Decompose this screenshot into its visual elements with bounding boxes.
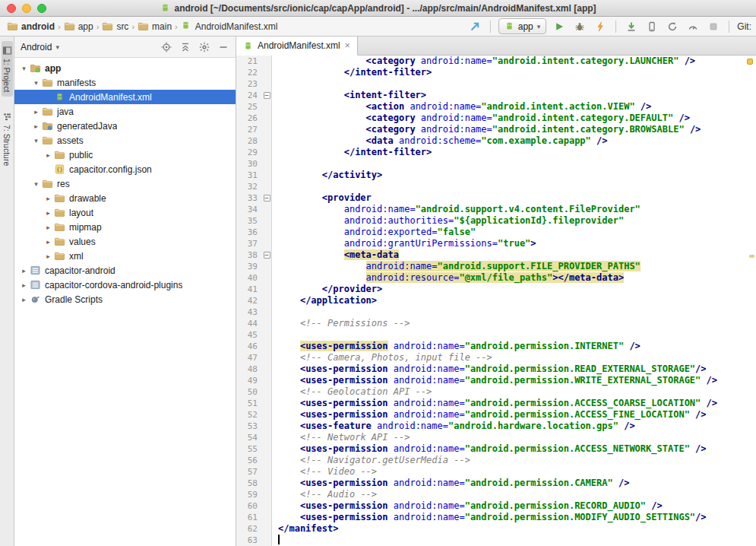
code-line[interactable]: 38− <meta-data [236, 249, 756, 261]
code-line[interactable]: 22 </intent-filter> [236, 67, 756, 78]
tree-item[interactable]: AndroidManifest.xml [14, 90, 236, 104]
apply-changes-button[interactable] [593, 19, 608, 34]
close-window-button[interactable] [7, 4, 16, 13]
code-line[interactable]: 53 <uses-feature android:name="android.h… [236, 421, 756, 432]
code-line[interactable]: 31 </activity> [236, 170, 756, 181]
code-line[interactable]: 33− <provider [236, 192, 756, 204]
tree-item[interactable]: ▾app [14, 61, 236, 75]
project-view-selector[interactable]: Android ▾ [21, 42, 59, 52]
error-stripe-mark[interactable] [749, 255, 754, 258]
breadcrumb-item[interactable]: src [100, 20, 131, 33]
code-line[interactable]: 41 </provider> [236, 284, 756, 295]
chevron-right-icon[interactable]: ▸ [19, 281, 29, 289]
chevron-right-icon[interactable]: ▸ [43, 238, 53, 246]
settings-button[interactable] [198, 41, 210, 53]
chevron-right-icon[interactable]: ▸ [19, 267, 29, 275]
code-line[interactable]: 45 [236, 329, 756, 341]
minimize-window-button[interactable] [22, 4, 31, 13]
maximize-window-button[interactable] [37, 4, 46, 13]
breadcrumb-item[interactable]: AndroidManifest.xml [179, 20, 280, 33]
code-line[interactable]: 54 <!-- Network API --> [236, 432, 756, 443]
chevron-right-icon[interactable]: ▸ [19, 296, 29, 303]
fold-icon[interactable]: − [264, 252, 270, 259]
code-line[interactable]: 24− <intent-filter> [236, 90, 756, 101]
code-line[interactable]: 21 <category android:name="android.inten… [236, 56, 756, 67]
fold-icon[interactable]: − [264, 92, 270, 99]
code-line[interactable]: 28 <data android:scheme="com.example.cap… [236, 135, 756, 147]
chevron-right-icon[interactable]: ▸ [43, 209, 53, 217]
tree-item[interactable]: ▸drawable [14, 191, 236, 205]
code-line[interactable]: 59 <!-- Audio --> [236, 489, 756, 500]
tree-item[interactable]: ▾res [14, 176, 236, 191]
tree-item[interactable]: ▾assets [14, 133, 236, 148]
tree-item[interactable]: {}capacitor.config.json [14, 162, 236, 176]
run-config-selector[interactable]: app ▾ [498, 18, 547, 34]
code-line[interactable]: 34 android:name="android.support.v4.cont… [236, 204, 756, 215]
tool-window-button-project[interactable]: 1: Project [2, 41, 13, 97]
code-line[interactable]: 50 <!-- Geolocation API --> [236, 386, 756, 398]
tree-item[interactable]: ▸Gradle Scripts [14, 292, 236, 306]
inspection-status-indicator[interactable] [747, 59, 753, 65]
code-line[interactable]: 47 <!-- Camera, Photos, input file --> [236, 352, 756, 363]
code-line[interactable]: 42 </application> [236, 295, 756, 306]
tree-item[interactable]: ▸java [14, 104, 236, 119]
tree-item[interactable]: ▸values [14, 234, 236, 249]
tree-item[interactable]: ▸xml [14, 249, 236, 263]
code-line[interactable]: 58 <uses-permission android:name="androi… [236, 478, 756, 489]
code-line[interactable]: 26 <category android:name="android.inten… [236, 113, 756, 124]
chevron-down-icon[interactable]: ▾ [31, 180, 41, 188]
code-line[interactable]: 40 android:resource="@xml/file_paths"></… [236, 272, 756, 284]
tree-item[interactable]: ▸capacitor-android [14, 263, 236, 278]
code-line[interactable]: 35 android:authorities="${applicationId}… [236, 215, 756, 227]
code-line[interactable]: 56 <!-- Navigator.getUserMedia --> [236, 455, 756, 466]
git-branch-widget[interactable]: Git: [737, 21, 751, 32]
chevron-down-icon[interactable]: ▾ [31, 79, 41, 87]
code-line[interactable]: 62</manifest> [236, 523, 756, 535]
code-line[interactable]: 60 <uses-permission android:name="androi… [236, 500, 756, 512]
tree-item[interactable]: ▾manifests [14, 75, 236, 90]
hide-button[interactable] [217, 41, 229, 53]
chevron-right-icon[interactable]: ▸ [43, 224, 53, 231]
code-line[interactable]: 25 <action android:name="android.intent.… [236, 101, 756, 113]
code-line[interactable]: 23 [236, 78, 756, 90]
chevron-right-icon[interactable]: ▸ [43, 151, 53, 159]
tree-item[interactable]: ▸generatedJava [14, 119, 236, 133]
collapse-all-button[interactable] [179, 41, 191, 53]
chevron-right-icon[interactable]: ▸ [31, 122, 41, 130]
code-line[interactable]: 63 [236, 535, 756, 546]
editor-tab-androidmanifest[interactable]: AndroidManifest.xml × [236, 37, 358, 56]
tree-item[interactable]: ▸mipmap [14, 220, 236, 234]
code-line[interactable]: 52 <uses-permission android:name="androi… [236, 409, 756, 421]
code-line[interactable]: 46 <uses-permission android:name="androi… [236, 341, 756, 352]
close-icon[interactable]: × [345, 41, 350, 50]
fold-icon[interactable]: − [264, 195, 270, 202]
code-line[interactable]: 39 android:name="android.support.FILE_PR… [236, 261, 756, 272]
chevron-right-icon[interactable]: ▸ [43, 252, 53, 260]
chevron-right-icon[interactable]: ▸ [43, 195, 53, 202]
code-editor[interactable]: 21 <category android:name="android.inten… [236, 56, 756, 546]
chevron-down-icon[interactable]: ▾ [31, 137, 41, 144]
tool-window-button-structure[interactable]: 7: Structure [2, 107, 13, 170]
chevron-right-icon[interactable]: ▸ [31, 108, 41, 116]
breadcrumb-item[interactable]: app [62, 20, 96, 33]
code-line[interactable]: 29 </intent-filter> [236, 147, 756, 158]
tree-item[interactable]: ▸public [14, 148, 236, 162]
breadcrumb-item[interactable]: android [5, 20, 57, 33]
code-line[interactable]: 61 <uses-permission android:name="androi… [236, 512, 756, 523]
code-line[interactable]: 32 [236, 181, 756, 192]
locate-button[interactable] [160, 41, 172, 53]
chevron-down-icon[interactable]: ▾ [19, 65, 29, 72]
device-manager-button[interactable] [644, 19, 660, 34]
code-line[interactable]: 37 android:grantUriPermissions="true"> [236, 238, 756, 249]
code-line[interactable]: 49 <uses-permission android:name="androi… [236, 375, 756, 386]
code-line[interactable]: 27 <category android:name="android.inten… [236, 124, 756, 135]
tree-item[interactable]: ▸capacitor-cordova-android-plugins [14, 278, 236, 292]
profiler-button[interactable] [685, 19, 701, 34]
stop-button[interactable] [706, 19, 721, 34]
code-line[interactable]: 48 <uses-permission android:name="androi… [236, 363, 756, 375]
code-line[interactable]: 44 <!-- Permissions --> [236, 318, 756, 329]
tree-item[interactable]: ▸layout [14, 205, 236, 220]
code-line[interactable]: 30 [236, 158, 756, 170]
code-line[interactable]: 57 <!-- Video --> [236, 466, 756, 478]
code-line[interactable]: 51 <uses-permission android:name="androi… [236, 398, 756, 409]
